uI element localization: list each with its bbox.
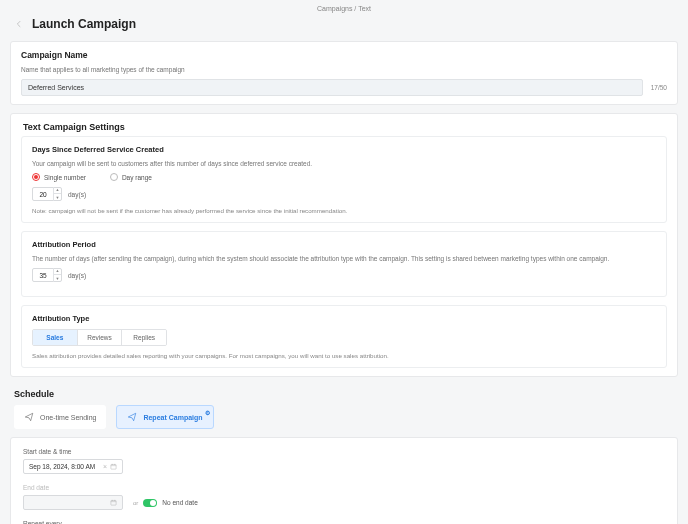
tab-repeat-campaign[interactable]: Repeat Campaign ⚙	[116, 405, 213, 429]
clear-icon[interactable]: ×	[103, 463, 107, 470]
campaign-name-helper: Name that applies to all marketing types…	[21, 66, 667, 73]
attribution-period-helper: The number of days (after sending the ca…	[32, 255, 656, 262]
tab-reviews[interactable]: Reviews	[78, 330, 123, 345]
attribution-type-tabs: Sales Reviews Replies	[32, 329, 167, 346]
radio-single-label: Single number	[44, 174, 86, 181]
no-end-date-label: No end date	[162, 499, 197, 506]
repeat-label: Repeat Campaign	[143, 414, 202, 421]
attribution-type-title: Attribution Type	[32, 314, 656, 323]
radio-single-number[interactable]: Single number	[32, 173, 86, 181]
campaign-name-card: Campaign Name Name that applies to all m…	[10, 41, 678, 105]
start-date-input[interactable]: Sep 18, 2024, 8:00 AM ×	[23, 459, 123, 474]
campaign-name-counter: 17/50	[651, 84, 667, 91]
or-separator: or	[133, 500, 138, 506]
campaign-name-title: Campaign Name	[21, 50, 667, 60]
radio-unchecked-icon	[110, 173, 118, 181]
days-since-value: 20	[33, 191, 53, 198]
tab-replies[interactable]: Replies	[122, 330, 166, 345]
svg-rect-1	[111, 500, 116, 505]
days-since-unit: day(s)	[68, 191, 86, 198]
calendar-icon[interactable]	[110, 463, 117, 470]
stepper-down-icon[interactable]: ▼	[54, 194, 61, 201]
svg-rect-0	[111, 464, 116, 469]
attribution-period-title: Attribution Period	[32, 240, 656, 249]
attribution-period-unit: day(s)	[68, 272, 86, 279]
stepper-down-icon[interactable]: ▼	[54, 275, 61, 282]
days-since-note: Note: campaign will not be sent if the c…	[32, 207, 656, 214]
end-date-label: End date	[23, 484, 665, 491]
text-settings-card: Text Campaign Settings Days Since Deferr…	[10, 113, 678, 377]
start-date-value: Sep 18, 2024, 8:00 AM	[29, 463, 95, 470]
attribution-type-note: Sales attribution provides detailed sale…	[32, 352, 656, 359]
days-since-helper: Your campaign will be sent to customers …	[32, 160, 656, 167]
days-since-section: Days Since Deferred Service Created Your…	[21, 136, 667, 223]
one-time-label: One-time Sending	[40, 414, 96, 421]
schedule-card: Start date & time Sep 18, 2024, 8:00 AM …	[10, 437, 678, 524]
schedule-title: Schedule	[0, 385, 688, 405]
days-since-title: Days Since Deferred Service Created	[32, 145, 656, 154]
attribution-type-section: Attribution Type Sales Reviews Replies S…	[21, 305, 667, 368]
gear-icon[interactable]: ⚙	[205, 409, 210, 416]
breadcrumb[interactable]: Campaigns / Text	[0, 0, 688, 14]
start-date-label: Start date & time	[23, 448, 665, 455]
send-icon	[24, 412, 34, 422]
send-icon	[127, 412, 137, 422]
stepper-up-icon[interactable]: ▲	[54, 187, 61, 194]
attribution-period-stepper[interactable]: 35 ▲ ▼	[32, 268, 62, 282]
page-title: Launch Campaign	[32, 17, 136, 31]
days-since-stepper[interactable]: 20 ▲ ▼	[32, 187, 62, 201]
tab-one-time-sending[interactable]: One-time Sending	[14, 405, 106, 429]
repeat-every-label: Repeat every	[23, 520, 665, 524]
end-date-input	[23, 495, 123, 510]
no-end-date-toggle[interactable]	[143, 499, 157, 507]
calendar-icon	[110, 499, 117, 506]
attribution-period-value: 35	[33, 272, 53, 279]
back-arrow-icon[interactable]	[14, 19, 24, 29]
campaign-name-input[interactable]	[21, 79, 643, 96]
tab-sales[interactable]: Sales	[33, 330, 78, 345]
stepper-up-icon[interactable]: ▲	[54, 268, 61, 275]
radio-range-label: Day range	[122, 174, 152, 181]
radio-day-range[interactable]: Day range	[110, 173, 152, 181]
radio-checked-icon	[32, 173, 40, 181]
text-settings-title: Text Campaign Settings	[21, 122, 667, 132]
attribution-period-section: Attribution Period The number of days (a…	[21, 231, 667, 297]
